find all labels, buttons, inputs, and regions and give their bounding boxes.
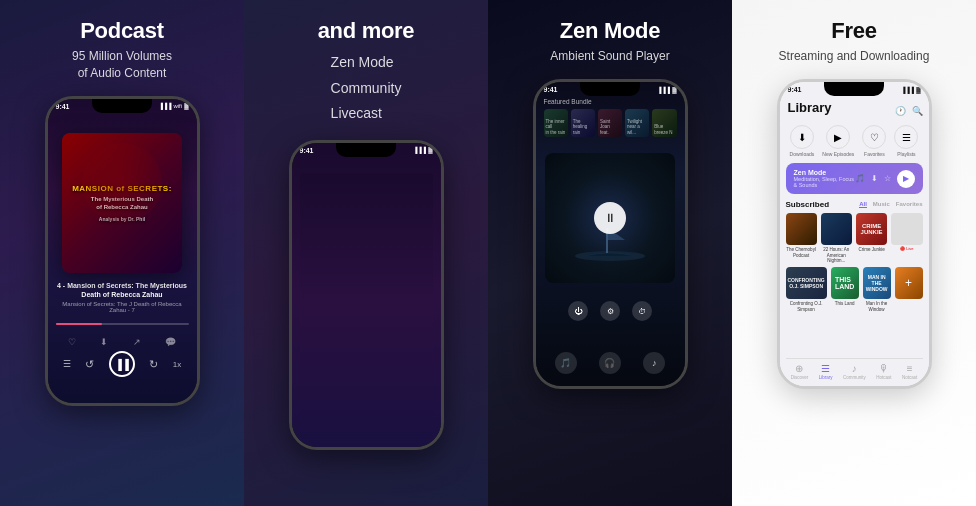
zen-nav-icon-1[interactable]: 🎵	[555, 352, 577, 374]
timer-icon: ⏱	[638, 307, 646, 316]
zen-thumb-label-1: The inner callin the rain	[546, 119, 566, 135]
zen-play-button[interactable]: ▶	[897, 170, 915, 188]
podcast-item-more[interactable]: +	[895, 267, 923, 312]
zen-featured-label: Featured Bundle	[544, 98, 592, 105]
search-icon[interactable]: 🔍	[912, 106, 923, 116]
notcast-label: Notcast	[902, 375, 917, 380]
comment-icon[interactable]: 💬	[165, 337, 176, 347]
play-pause-icon: ▐▐	[115, 359, 129, 370]
podcast-label-22hours: 22 Hours: An American Nightm...	[821, 247, 852, 263]
battery-icon: ▓	[184, 103, 188, 109]
tab-library-label: Library	[819, 375, 833, 380]
zen-banner-icon-3: ☆	[884, 174, 891, 183]
podcast-item-22hours[interactable]: 22 Hours: An American Nightm...	[821, 213, 852, 263]
playlists-icon: ☰	[894, 125, 918, 149]
phone-mockup-2: 9:41 ▐▐▐ ▓	[289, 140, 444, 450]
track-artist: Mansion of Secrets: The J Death of Rebec…	[56, 301, 189, 313]
share-icon[interactable]: ↗	[133, 337, 141, 347]
podcast-label-window: Man In the Window	[863, 301, 891, 312]
zen-thumb-label-2: The healingrain	[573, 119, 593, 135]
battery-icon-3: ▓	[672, 87, 676, 93]
player-controls: ☰ ↺ ▐▐ ↻ 1x	[56, 351, 189, 377]
hotcast-label: Hotcast	[876, 375, 891, 380]
heart-icon[interactable]: ♡	[68, 337, 76, 347]
bottom-tab-bar: ⊕ Discover ☰ Library ♪ Community 🎙 Hotca…	[786, 358, 923, 380]
podcast-thumb-more: +	[895, 267, 923, 299]
zen-main-image: ⏸	[545, 153, 675, 283]
forward-icon[interactable]: ↻	[149, 358, 158, 371]
zen-thumbnails: The inner callin the rain The healingrai…	[544, 109, 677, 137]
pause-button[interactable]: ⏸	[594, 202, 626, 234]
zen-banner-content: Zen Mode Meditation, Sleep, Focus & Soun…	[794, 169, 855, 188]
signal-icon-3: ▐▐▐	[657, 87, 670, 93]
library-nav-icons: ⬇ Downloads ▶ New Episodes ♡ Favorites ☰…	[786, 125, 923, 157]
downloads-icon: ⬇	[790, 125, 814, 149]
download-icon[interactable]: ⬇	[100, 337, 108, 347]
rewind-icon[interactable]: ↺	[85, 358, 94, 371]
podcast-item-chernobyl[interactable]: The Chernobyl Podcast	[786, 213, 817, 263]
zen-thumb-3[interactable]: Saint Joanfeat.	[598, 109, 622, 137]
battery-icon-4: ▓	[916, 87, 920, 93]
panel-1-title: Podcast	[80, 18, 163, 44]
panel-4-title: Free	[831, 18, 876, 44]
list-icon[interactable]: ☰	[63, 359, 71, 369]
zen-thumb-5[interactable]: Bluebreeze N	[652, 109, 676, 137]
status-time-2: 9:41	[300, 147, 314, 154]
wifi-icon: wifi	[173, 103, 182, 109]
community-label: Community	[843, 375, 866, 380]
tab-library[interactable]: ☰ Library	[819, 363, 833, 380]
clock-icon[interactable]: 🕐	[895, 106, 906, 116]
podcast-item-oj[interactable]: CONFRONTINGO.J. SIMPSON Confronting O.J.…	[786, 267, 827, 312]
phone-screen-2: 9:41 ▐▐▐ ▓	[292, 143, 441, 447]
tab-music[interactable]: Music	[873, 201, 890, 208]
podcast-item-land[interactable]: THISLAND This Land	[831, 267, 859, 312]
speed-icon[interactable]: 1x	[173, 360, 181, 369]
panel-zen-mode: Zen Mode Ambient Sound Player 9:41 ▐▐▐ ▓…	[488, 0, 732, 506]
library-nav-playlists[interactable]: ☰ Playlists	[894, 125, 918, 157]
phone-mockup-1: 9:41 ▐▐▐ wifi ▓ MANSION of SECRETS: The …	[45, 96, 200, 406]
zen-thumb-label-3: Saint Joanfeat.	[600, 119, 620, 135]
podcast-label-live: 🔴 Live	[891, 247, 922, 252]
progress-bar[interactable]	[56, 323, 189, 325]
library-nav-episodes[interactable]: ▶ New Episodes	[822, 125, 854, 157]
podcast-item-window[interactable]: MAN INTHE WINDOW Man In the Window	[863, 267, 891, 312]
zen-mode-subtitle: Meditation, Sleep, Focus & Sounds	[794, 176, 855, 188]
battery-icon-2: ▓	[428, 147, 432, 153]
discover-icon: ⊕	[795, 363, 803, 374]
tab-discover[interactable]: ⊕ Discover	[791, 363, 809, 380]
power-icon: ⏻	[574, 307, 582, 316]
zen-thumb-2[interactable]: The healingrain	[571, 109, 595, 137]
library-nav-downloads[interactable]: ⬇ Downloads	[790, 125, 815, 157]
zen-thumb-1[interactable]: The inner callin the rain	[544, 109, 568, 137]
tab-favorites[interactable]: Favorites	[896, 201, 923, 208]
notcast-icon: ≡	[907, 363, 913, 374]
library-nav-favorites[interactable]: ♡ Favorites	[862, 125, 886, 157]
zen-thumb-label-4: Twilightnear a wil...	[627, 119, 647, 135]
subscribed-tabs: All Music Favorites	[859, 201, 922, 208]
status-icons-3: ▐▐▐ ▓	[657, 87, 676, 93]
tab-hotcast[interactable]: 🎙 Hotcast	[876, 363, 891, 380]
tab-all[interactable]: All	[859, 201, 867, 208]
zen-controls: ⏻ ⚙ ⏱	[568, 301, 652, 321]
status-time-1: 9:41	[56, 103, 70, 110]
podcast-item-crime[interactable]: CRIMEJUNKIE Crime Junkie	[856, 213, 887, 263]
zen-banner-icon-2: ⬇	[871, 174, 878, 183]
zen-nav-icon-2[interactable]: 🎧	[599, 352, 621, 374]
phone-screen-3: 9:41 ▐▐▐ ▓ Featured Bundle The inner cal…	[536, 82, 685, 386]
signal-icon: ▐▐▐	[159, 103, 172, 109]
phone-screen-4: 9:41 ▐▐▐ ▓ Library 🕐 🔍 ⬇ Downloads	[780, 82, 929, 386]
zen-thumb-label-5: Bluebreeze N	[654, 124, 672, 135]
play-pause-button[interactable]: ▐▐	[109, 351, 135, 377]
track-title: 4 - Mansion of Secrets: The MysteriousDe…	[56, 281, 189, 299]
phone-mockup-3: 9:41 ▐▐▐ ▓ Featured Bundle The inner cal…	[533, 79, 688, 389]
library-icon: ☰	[821, 363, 830, 374]
favorites-label: Favorites	[864, 151, 885, 157]
zen-power-button[interactable]: ⏻	[568, 301, 588, 321]
zen-thumb-4[interactable]: Twilightnear a wil...	[625, 109, 649, 137]
zen-mode-banner[interactable]: Zen Mode Meditation, Sleep, Focus & Soun…	[786, 163, 923, 194]
zen-nav-icon-3[interactable]: ♪	[643, 352, 665, 374]
zen-timer-button[interactable]: ⏱	[632, 301, 652, 321]
tab-notcast[interactable]: ≡ Notcast	[902, 363, 917, 380]
zen-settings-button[interactable]: ⚙	[600, 301, 620, 321]
tab-community[interactable]: ♪ Community	[843, 363, 866, 380]
